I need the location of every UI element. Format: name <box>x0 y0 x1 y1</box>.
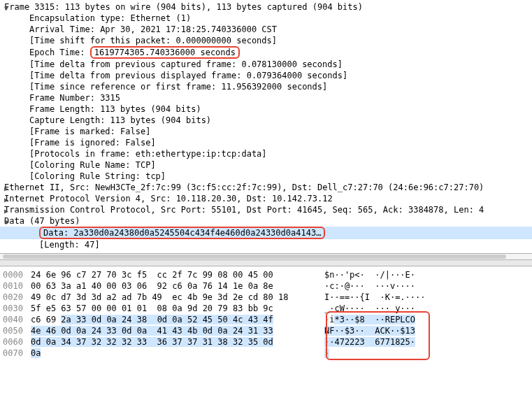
hex-offset: 0010 <box>3 280 31 292</box>
hex-ascii[interactable]: NF··$3·· ACK··$13 <box>324 325 529 336</box>
frame-num-row[interactable]: Frame Number: 3315 <box>0 92 532 103</box>
timeshift-row[interactable]: [Time shift for this packet: 0.000000000… <box>0 35 532 46</box>
hex-row[interactable]: 00504e 46 0d 0a 24 33 0d 0a 41 43 4b 0d … <box>0 325 532 336</box>
epoch-row[interactable]: Epoch Time: 1619774305.740336000 seconds <box>0 46 532 59</box>
since-ref-row[interactable]: [Time since reference or first frame: 11… <box>0 81 532 92</box>
packet-bytes-pane[interactable]: 000024 6e 96 c7 27 70 3c f5 cc 2f 7c 99 … <box>0 266 532 362</box>
ip-row[interactable]: ▶ Internet Protocol Version 4, Src: 10.1… <box>0 193 532 204</box>
frame-len-row[interactable]: Frame Length: 113 bytes (904 bits) <box>0 103 532 115</box>
delta-captured-row[interactable]: [Time delta from previous captured frame… <box>0 59 532 70</box>
ethernet-row[interactable]: ▶ Ethernet II, Src: NewH3CTe_2f:7c:99 (3… <box>0 182 532 193</box>
scrollbar-thumb[interactable] <box>3 255 506 259</box>
frame-header-text: Frame 3315: 113 bytes on wire (904 bits)… <box>4 2 363 12</box>
color-name-row[interactable]: [Coloring Rule Name: TCP] <box>0 159 532 171</box>
hex-row[interactable]: 00700a· <box>0 348 532 359</box>
hex-ascii[interactable]: ··472223 6771825· <box>324 336 529 348</box>
hex-row[interactable]: 001000 63 3a a1 40 00 03 06 92 c6 0a 76 … <box>0 280 532 292</box>
hex-bytes[interactable]: 24 6e 96 c7 27 70 3c f5 cc 2f 7c 99 08 0… <box>31 269 324 280</box>
delta-displayed-row[interactable]: [Time delta from previous displayed fram… <box>0 70 532 81</box>
hex-ascii[interactable]: $n··'p<· ·/|···E· <box>324 269 529 280</box>
hex-offset: 0030 <box>3 303 31 314</box>
data-header-row[interactable]: ▼ Data (47 bytes) <box>0 215 532 227</box>
hex-offset: 0070 <box>3 348 31 359</box>
hex-bytes[interactable]: 00 63 3a a1 40 00 03 06 92 c6 0a 76 14 1… <box>31 280 324 292</box>
cap-len-row[interactable]: Capture Length: 113 bytes (904 bits) <box>0 115 532 126</box>
data-value-row[interactable]: Data: 2a330d0a24380d0a5245504c434f4e460d… <box>0 227 532 239</box>
hex-row[interactable]: 00305f e5 63 57 00 00 01 01 08 0a 9d 20 … <box>0 303 532 314</box>
encap-row[interactable]: Encapsulation type: Ethernet (1) <box>0 13 532 24</box>
color-string-row[interactable]: [Coloring Rule String: tcp] <box>0 171 532 182</box>
details-horizontal-scrollbar[interactable] <box>0 254 532 259</box>
frame-header-row[interactable]: ▼ Frame 3315: 113 bytes on wire (904 bit… <box>0 1 532 13</box>
hex-row[interactable]: 000024 6e 96 c7 27 70 3c f5 cc 2f 7c 99 … <box>0 269 532 280</box>
hex-bytes[interactable]: 5f e5 63 57 00 00 01 01 08 0a 9d 20 79 8… <box>31 303 324 314</box>
hex-bytes[interactable]: c6 69 2a 33 0d 0a 24 38 0d 0a 52 45 50 4… <box>31 314 324 325</box>
hex-bytes[interactable]: 4e 46 0d 0a 24 33 0d 0a 41 43 4b 0d 0a 2… <box>31 325 324 336</box>
hex-offset: 0040 <box>3 314 31 325</box>
hex-offset: 0050 <box>3 325 31 336</box>
ignored-row[interactable]: [Frame is ignored: False] <box>0 137 532 148</box>
hex-bytes[interactable]: 49 0c d7 3d 3d a2 ad 7b 49 ec 4b 9e 3d 2… <box>31 292 324 303</box>
hex-bytes[interactable]: 0a <box>31 348 324 359</box>
hex-ascii[interactable]: _·cW···· ··· y··· <box>324 303 529 314</box>
protocols-row[interactable]: [Protocols in frame: eth:ethertype:ip:tc… <box>0 148 532 159</box>
tcp-row[interactable]: ▶ Transmission Control Protocol, Src Por… <box>0 204 532 215</box>
packet-details-pane[interactable]: ▼ Frame 3315: 113 bytes on wire (904 bit… <box>0 0 532 254</box>
hex-ascii[interactable]: I··==··{I ·K·=.···· <box>324 292 529 303</box>
arrival-row[interactable]: Arrival Time: Apr 30, 2021 17:18:25.7403… <box>0 24 532 35</box>
hex-row[interactable]: 00600d 0a 34 37 32 32 32 33 36 37 37 31 … <box>0 336 532 348</box>
hex-ascii[interactable]: ·i*3··$8 ··REPLCO <box>324 314 529 325</box>
hex-offset: 0020 <box>3 292 31 303</box>
marked-row[interactable]: [Frame is marked: False] <box>0 126 532 137</box>
pane-separator[interactable] <box>0 259 532 266</box>
hex-offset: 0060 <box>3 336 31 348</box>
hex-row[interactable]: 002049 0c d7 3d 3d a2 ad 7b 49 ec 4b 9e … <box>0 292 532 303</box>
epoch-value-highlight: 1619774305.740336000 seconds <box>90 46 240 59</box>
hex-offset: 0000 <box>3 269 31 280</box>
hex-ascii[interactable]: · <box>324 348 529 359</box>
data-value-highlight: Data: 2a330d0a24380d0a5245504c434f4e460d… <box>39 227 325 239</box>
data-length-row[interactable]: [Length: 47] <box>0 239 532 250</box>
hex-ascii[interactable]: ·c:·@··· ···v···· <box>324 280 529 292</box>
hex-row[interactable]: 0040c6 69 2a 33 0d 0a 24 38 0d 0a 52 45 … <box>0 314 532 325</box>
hex-bytes[interactable]: 0d 0a 34 37 32 32 32 33 36 37 37 31 38 3… <box>31 336 324 348</box>
epoch-label: Epoch Time: <box>29 48 85 57</box>
